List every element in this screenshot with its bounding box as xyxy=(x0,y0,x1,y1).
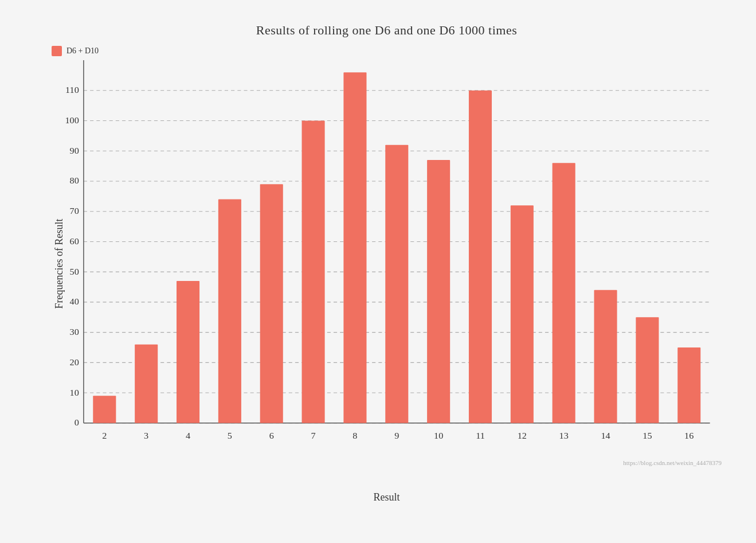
svg-rect-34 xyxy=(260,184,283,423)
chart-container: Results of rolling one D6 and one D6 100… xyxy=(0,0,756,543)
svg-text:0: 0 xyxy=(75,418,79,427)
plot-area: 0102030405060708090100110234567891011121… xyxy=(52,55,722,449)
svg-text:6: 6 xyxy=(269,431,274,440)
svg-text:15: 15 xyxy=(643,431,652,440)
svg-rect-46 xyxy=(511,205,534,423)
svg-text:20: 20 xyxy=(70,358,80,367)
svg-text:90: 90 xyxy=(70,146,80,155)
svg-rect-50 xyxy=(594,290,617,423)
svg-rect-54 xyxy=(677,347,700,423)
svg-rect-26 xyxy=(93,396,116,423)
svg-text:16: 16 xyxy=(684,431,694,440)
svg-text:3: 3 xyxy=(144,431,148,440)
svg-rect-48 xyxy=(553,163,575,423)
svg-rect-30 xyxy=(177,281,199,423)
svg-rect-42 xyxy=(427,160,450,423)
svg-text:13: 13 xyxy=(559,431,569,440)
svg-text:80: 80 xyxy=(70,176,80,185)
svg-text:11: 11 xyxy=(476,431,485,440)
x-axis-label: Result xyxy=(373,491,399,503)
chart-title: Results of rolling one D6 and one D6 100… xyxy=(52,23,722,38)
svg-text:10: 10 xyxy=(434,431,444,440)
svg-text:9: 9 xyxy=(394,431,399,440)
svg-text:5: 5 xyxy=(228,431,232,440)
svg-rect-44 xyxy=(469,91,492,423)
chart-svg: 0102030405060708090100110234567891011121… xyxy=(52,55,722,449)
svg-rect-32 xyxy=(218,200,241,423)
svg-rect-36 xyxy=(302,121,325,423)
svg-text:50: 50 xyxy=(70,267,80,276)
svg-rect-52 xyxy=(636,317,659,423)
svg-text:70: 70 xyxy=(70,206,80,216)
svg-text:60: 60 xyxy=(70,237,80,246)
svg-rect-40 xyxy=(385,145,408,423)
svg-rect-28 xyxy=(135,345,158,423)
svg-text:2: 2 xyxy=(102,431,107,440)
svg-text:100: 100 xyxy=(65,116,79,125)
svg-text:14: 14 xyxy=(601,431,610,440)
legend-label: D6 + D10 xyxy=(66,46,99,56)
svg-text:110: 110 xyxy=(65,85,79,95)
watermark: https://blog.csdn.net/weixin_44478379 xyxy=(623,459,722,466)
svg-text:40: 40 xyxy=(70,297,80,306)
svg-text:8: 8 xyxy=(352,431,357,440)
svg-text:30: 30 xyxy=(70,327,80,337)
svg-text:10: 10 xyxy=(70,388,80,397)
chart-area: Frequencies of Result Result 01020304050… xyxy=(52,55,722,472)
svg-text:4: 4 xyxy=(186,431,190,440)
svg-rect-38 xyxy=(343,72,366,423)
svg-text:12: 12 xyxy=(518,431,527,440)
svg-text:7: 7 xyxy=(311,431,316,440)
